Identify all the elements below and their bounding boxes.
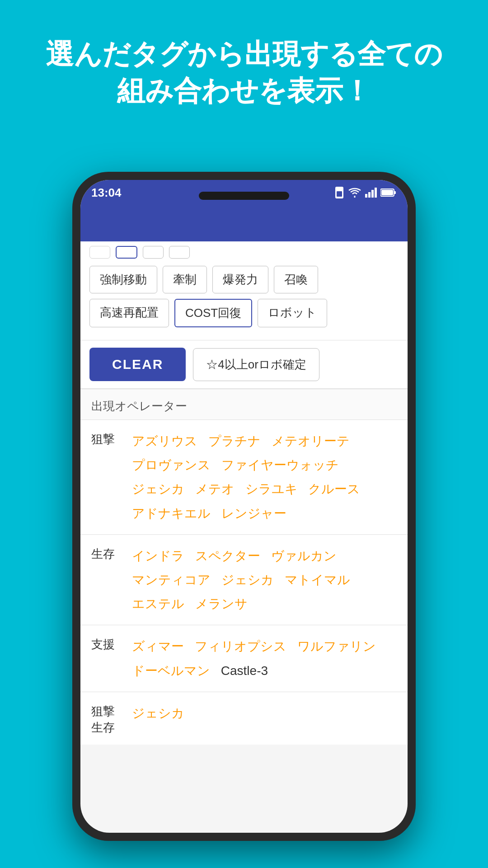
tag-area: 強制移動 牽制 爆発力 召喚 高速再配置 COST回復 ロボット xyxy=(80,259,408,340)
tag-chip-explosive[interactable]: 爆発力 xyxy=(212,266,268,293)
category-names-support: ズィマー フィリオプシス ワルファリン ドーベルマン Castle-3 xyxy=(132,634,397,682)
operator-ranger: レンジャー xyxy=(221,506,286,520)
category-names-sniper: アズリウス プラチナ メテオリーテ プロヴァンス ファイヤーウォッチ ジェシカ … xyxy=(132,429,397,525)
results-header: 出現オペレーター xyxy=(80,389,408,420)
phone-inner-content: 13:04 xyxy=(80,180,408,833)
result-row-survival: 生存 インドラ スペクター ヴァルカン マンティコア ジェシカ マトイマル エス… xyxy=(80,534,408,625)
operator-jessica2: ジェシカ xyxy=(221,573,274,587)
operator-phliopsis: フィリオプシス xyxy=(195,639,286,653)
category-names-survival: インドラ スペクター ヴァルカン マンティコア ジェシカ マトイマル エステル … xyxy=(132,544,397,616)
category-label-sniper-survival: 狙撃 生存 xyxy=(91,701,132,736)
operator-manticore: マンティコア xyxy=(132,573,211,587)
phone-top-bar xyxy=(80,180,408,212)
operator-jessica-combined: ジェシカ xyxy=(132,706,184,720)
tag-chip-partial1[interactable] xyxy=(89,246,110,259)
tag-row-1: 強制移動 牽制 爆発力 召喚 xyxy=(89,266,399,293)
operator-zima: ズィマー xyxy=(132,639,184,653)
tag-row-top-partial xyxy=(80,241,408,259)
operator-shirayuki: シラユキ xyxy=(245,482,298,496)
operator-melantha: メランサ xyxy=(195,597,248,611)
operator-kroos: クルース xyxy=(308,482,360,496)
operator-provence: プロヴァンス xyxy=(132,458,211,472)
tag-chip-forced-move[interactable]: 強制移動 xyxy=(89,266,157,293)
operator-azurius: アズリウス xyxy=(132,434,197,448)
tag-chip-summon[interactable]: 召喚 xyxy=(274,266,318,293)
operator-platina: プラチナ xyxy=(208,434,261,448)
operator-indra: インドラ xyxy=(132,549,184,563)
operator-matoimal: マトイマル xyxy=(285,573,350,587)
tag-chip-partial4[interactable] xyxy=(169,246,190,259)
phone-outer-shell: 13:04 xyxy=(72,172,416,841)
clear-button[interactable]: CLEAR xyxy=(89,348,186,381)
tag-chip-high-speed[interactable]: 高速再配置 xyxy=(89,299,169,327)
results-section: 狙撃 アズリウス プラチナ メテオリーテ プロヴァンス ファイヤーウォッチ ジェ… xyxy=(80,420,408,745)
tag-chip-restraint[interactable]: 牽制 xyxy=(163,266,207,293)
result-row-sniper: 狙撃 アズリウス プラチナ メテオリーテ プロヴァンス ファイヤーウォッチ ジェ… xyxy=(80,420,408,534)
operator-vulcan: ヴァルカン xyxy=(271,549,337,563)
header-text: 選んだタグから出現する全ての 組み合わせを表示！ xyxy=(0,36,488,109)
filter-button[interactable]: ☆4以上orロボ確定 xyxy=(193,348,319,381)
result-row-support: 支援 ズィマー フィリオプシス ワルファリン ドーベルマン Castle-3 xyxy=(80,625,408,691)
category-label-survival: 生存 xyxy=(91,544,132,562)
operator-meteor: メテオ xyxy=(195,482,235,496)
operator-specter: スペクター xyxy=(195,549,260,563)
category-label-support: 支援 xyxy=(91,634,132,652)
operator-meteorite: メテオリーテ xyxy=(272,434,350,448)
operator-adnachiel: アドナキエル xyxy=(132,506,211,520)
action-row: CLEAR ☆4以上orロボ確定 xyxy=(80,340,408,389)
tag-chip-partial3[interactable] xyxy=(143,246,164,259)
category-label-sniper: 狙撃 xyxy=(91,429,132,447)
phone-speaker xyxy=(199,192,289,200)
operator-estel: エステル xyxy=(132,597,184,611)
operator-dobermann: ドーベルマン xyxy=(132,664,210,678)
header-line1: 選んだタグから出現する全ての xyxy=(27,36,461,73)
tag-chip-cost[interactable]: COST回復 xyxy=(174,299,252,327)
category-names-sniper-survival: ジェシカ xyxy=(132,701,397,725)
phone-screen: 13:04 xyxy=(80,180,408,833)
result-row-sniper-survival: 狙撃 生存 ジェシカ xyxy=(80,692,408,745)
tag-chip-partial2[interactable] xyxy=(116,246,137,259)
operator-firewatch: ファイヤーウォッチ xyxy=(221,458,339,472)
operator-warfarin: ワルファリン xyxy=(297,639,376,653)
tag-chip-robot[interactable]: ロボット xyxy=(258,299,327,327)
header-line2: 組み合わせを表示！ xyxy=(27,73,461,109)
operator-jessica: ジェシカ xyxy=(132,482,184,496)
phone-mockup: 13:04 xyxy=(72,172,416,841)
operator-castle3: Castle-3 xyxy=(221,664,268,678)
tag-row-2: 高速再配置 COST回復 ロボット xyxy=(89,299,399,327)
